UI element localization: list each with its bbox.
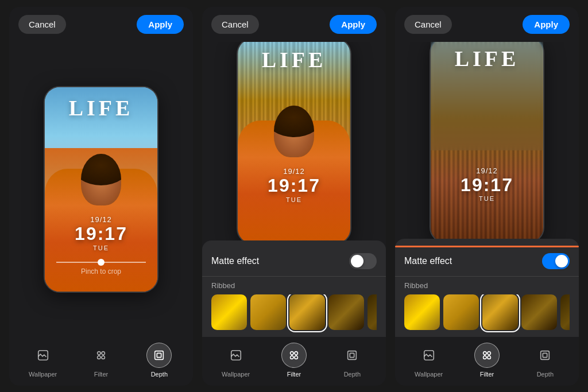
p3-wallpaper-icon-wrap xyxy=(416,343,442,368)
panel-2-matte-toggle[interactable] xyxy=(349,253,377,269)
filter-thumb-4[interactable] xyxy=(328,294,364,330)
panel-1-wallpaper-label: Wallpaper xyxy=(29,371,57,378)
p3-filter-label: Filter xyxy=(480,371,494,378)
panel-2-matte-row: Matte effect xyxy=(211,247,377,276)
panel-2-cancel-button[interactable]: Cancel xyxy=(211,15,259,34)
panel-1-bg: LIFE 19/12 19:17 TUE Pinch to crop xyxy=(45,87,157,292)
svg-point-1 xyxy=(98,351,101,355)
panel-matte-off: Cancel Apply LIFE 19/1 xyxy=(202,7,386,386)
panel-2-filter-thumbs xyxy=(211,294,377,335)
panel-3-tab-depth[interactable]: Depth xyxy=(516,343,574,378)
panel-3-day: TUE xyxy=(431,195,543,202)
svg-point-9 xyxy=(295,355,298,359)
p2-wallpaper-label: Wallpaper xyxy=(222,371,250,378)
panel-2-phone-preview: LIFE 19/12 19:17 TUE xyxy=(202,42,386,240)
p3-depth-label: Depth xyxy=(537,371,554,378)
panel-1-tab-wallpaper[interactable]: Wallpaper xyxy=(14,343,72,378)
panel-3-phone-preview: LIFE 19/12 19:17 TUE xyxy=(395,42,579,239)
svg-rect-13 xyxy=(350,353,354,357)
svg-rect-6 xyxy=(157,353,161,357)
filter-icon xyxy=(95,349,107,362)
panel-3-clock: 19/12 19:17 TUE xyxy=(431,166,543,202)
panel-3-filter-thumbs xyxy=(404,294,570,335)
panel-2-apply-button[interactable]: Apply xyxy=(330,15,377,34)
p2-wallpaper-icon-wrap xyxy=(223,343,249,368)
panel-1-cancel-button[interactable]: Cancel xyxy=(18,15,66,34)
svg-point-17 xyxy=(488,351,491,355)
panel-1-phone-preview: LIFE 19/12 19:17 TUE Pinch to crop xyxy=(9,42,193,337)
panel-3-filter-section: Ribbed xyxy=(404,277,570,337)
panel-2-life-text: LIFE xyxy=(238,47,350,72)
ft4-bg xyxy=(328,294,364,330)
ft2-bg xyxy=(250,294,286,330)
panel-2-clock: 19/12 19:17 TUE xyxy=(238,167,350,203)
panel-3-tab-bar: Wallpaper Filter xyxy=(395,337,579,386)
panel-crop: Cancel Apply LIFE xyxy=(9,7,193,386)
panel-1-tab-depth[interactable]: Depth xyxy=(130,343,188,378)
panel-3-time: 19:17 xyxy=(431,175,543,195)
p3-filter-thumb-4[interactable] xyxy=(521,294,557,330)
panel-1-header: Cancel Apply xyxy=(9,7,193,42)
panel-2-tab-wallpaper[interactable]: Wallpaper xyxy=(207,343,265,378)
ft1-bg xyxy=(211,294,247,330)
panel-1-tab-bar: Wallpaper Filter xyxy=(9,337,193,386)
p2-depth-icon-wrap xyxy=(339,343,365,368)
panel-2-filter-section: Ribbed xyxy=(211,277,377,337)
p3-filter-thumb-2[interactable] xyxy=(443,294,479,330)
panel-3-tab-filter[interactable]: Filter xyxy=(458,343,516,378)
svg-point-2 xyxy=(102,355,105,359)
panel-3-apply-button[interactable]: Apply xyxy=(523,15,570,34)
panel-1-day: TUE xyxy=(45,244,157,251)
panel-1-apply-button[interactable]: Apply xyxy=(137,15,184,34)
panel-2-filter-label: Ribbed xyxy=(211,281,377,290)
panels-container: Cancel Apply LIFE xyxy=(0,0,588,392)
panel-1-tab-filter[interactable]: Filter xyxy=(72,343,130,378)
panel-1-depth-icon-wrap xyxy=(146,343,172,368)
p3-filter-icon xyxy=(481,349,493,362)
svg-rect-19 xyxy=(541,351,550,359)
svg-point-4 xyxy=(98,355,101,359)
panel-3-matte-toggle[interactable] xyxy=(542,253,570,269)
hair-blob xyxy=(81,154,121,185)
p2-wallpaper-icon xyxy=(230,349,242,362)
p3-filter-thumb-1[interactable] xyxy=(404,294,440,330)
panel-2-tab-filter[interactable]: Filter xyxy=(265,343,323,378)
panel-1-life-text: LIFE xyxy=(45,95,157,121)
crop-handle[interactable] xyxy=(98,259,105,266)
svg-point-18 xyxy=(483,355,487,359)
p3-ft1 xyxy=(404,294,440,330)
filter-thumb-2[interactable] xyxy=(250,294,286,330)
pinch-hint: Pinch to crop xyxy=(45,267,157,275)
svg-point-15 xyxy=(483,351,487,355)
panel-3-filter-label: Ribbed xyxy=(404,281,570,290)
p3-filter-thumb-5[interactable] xyxy=(560,294,570,330)
panel-3-cancel-button[interactable]: Cancel xyxy=(404,15,452,34)
svg-rect-12 xyxy=(348,351,357,359)
panel-3-tab-wallpaper[interactable]: Wallpaper xyxy=(400,343,458,378)
panel-3-life-text: LIFE xyxy=(431,46,543,71)
p3-filter-icon-wrap xyxy=(474,343,500,368)
svg-point-16 xyxy=(488,355,491,359)
panel-3-date: 19/12 xyxy=(431,166,543,175)
p2-face xyxy=(274,106,314,157)
panel-3-matte-row: Matte effect xyxy=(404,247,570,276)
wallpaper-icon xyxy=(37,349,49,362)
p3-ft5 xyxy=(560,294,570,330)
ft3-bg xyxy=(289,294,325,330)
svg-point-11 xyxy=(291,355,294,359)
svg-point-8 xyxy=(291,351,294,355)
filter-thumb-5[interactable] xyxy=(368,294,377,330)
filter-thumb-1[interactable] xyxy=(211,294,247,330)
filter-thumb-3[interactable] xyxy=(289,294,325,330)
panel-1-wallpaper-icon-wrap xyxy=(30,343,56,368)
panel-1-filter-icon-wrap xyxy=(88,343,114,368)
panel-1-phone-frame: LIFE 19/12 19:17 TUE Pinch to crop xyxy=(44,86,158,293)
panel-3-phone-frame: LIFE 19/12 19:17 TUE xyxy=(430,42,544,239)
p3-filter-thumb-3[interactable] xyxy=(482,294,518,330)
panel-3-toggle-knob xyxy=(555,255,568,267)
panel-2-bg: LIFE 19/12 19:17 TUE xyxy=(238,42,350,240)
panel-2-matte-label: Matte effect xyxy=(211,256,259,266)
panel-2-tab-depth[interactable]: Depth xyxy=(323,343,381,378)
panel-2-bottom-options: Matte effect Ribbed xyxy=(202,240,386,337)
face-blob xyxy=(81,154,121,205)
